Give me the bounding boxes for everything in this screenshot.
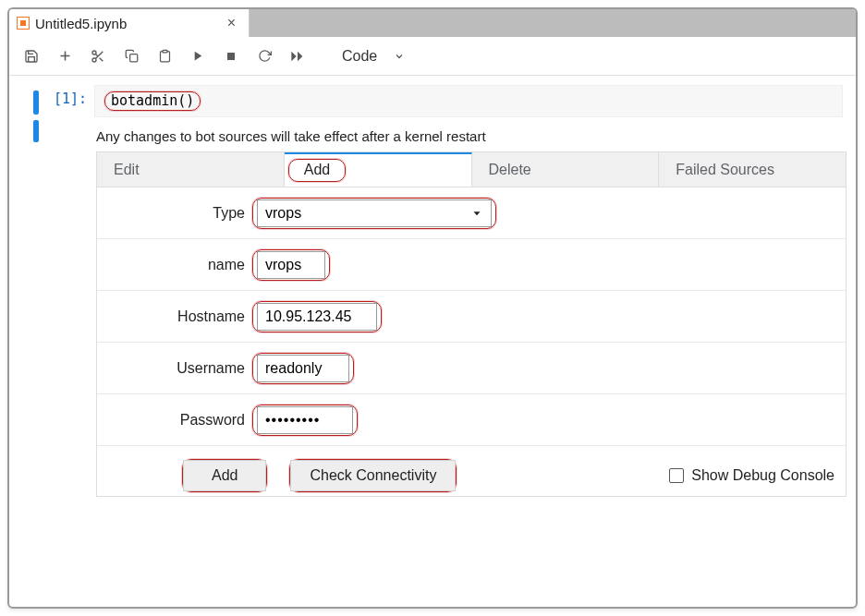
tab-add[interactable]: Add [285, 152, 472, 187]
add-button[interactable]: Add [183, 460, 266, 491]
svg-rect-7 [129, 54, 137, 62]
cell-type-selector[interactable]: Code [325, 42, 421, 70]
highlight-username [252, 353, 354, 384]
jupyter-window: Untitled5.ipynb × [7, 7, 858, 609]
tab-add-label: Add [304, 162, 330, 177]
row-hostname: Hostname [97, 291, 846, 343]
tab-delete-label: Delete [489, 162, 531, 178]
action-row: Add Check Connectivity Show Debug Consol… [97, 446, 846, 496]
cell-type-label: Code [342, 48, 377, 65]
password-label: Password [97, 412, 250, 429]
chevron-down-icon [394, 51, 405, 62]
tab-failed-sources[interactable]: Failed Sources [659, 152, 846, 187]
svg-rect-8 [163, 50, 167, 53]
code-input[interactable]: botadmin() [94, 85, 843, 117]
tab-delete[interactable]: Delete [472, 152, 660, 187]
notebook-toolbar: Code [9, 37, 856, 76]
cut-button[interactable] [83, 42, 113, 70]
cell-main: [1]: botadmin() Any changes to bot sourc… [43, 85, 856, 497]
cell-output-bar [33, 120, 39, 142]
notebook-icon [17, 17, 30, 30]
svg-line-5 [100, 57, 104, 61]
cell-active-bar [33, 91, 39, 115]
cell-gutter [9, 85, 43, 497]
info-note: Any changes to bot sources will take eff… [96, 128, 847, 144]
username-label: Username [97, 360, 250, 377]
restart-button[interactable] [250, 42, 279, 70]
tab-failed-label: Failed Sources [676, 162, 774, 178]
svg-marker-12 [298, 51, 302, 61]
row-type: Type vrops [97, 187, 846, 239]
panel-tabs: Edit Add Delete Failed Sources [97, 152, 846, 187]
type-label: Type [97, 205, 250, 222]
notebook-content: [1]: botadmin() Any changes to bot sourc… [9, 76, 856, 497]
run-button[interactable] [183, 42, 213, 70]
checkbox-box [669, 468, 684, 483]
check-connectivity-button[interactable]: Check Connectivity [290, 460, 456, 491]
copy-button[interactable] [116, 42, 146, 70]
highlight-name [252, 249, 330, 281]
highlight-code: botadmin() [104, 91, 201, 111]
insert-cell-button[interactable] [50, 42, 79, 70]
password-input[interactable] [257, 406, 353, 434]
show-debug-checkbox[interactable]: Show Debug Console [669, 467, 835, 484]
svg-point-3 [92, 58, 96, 62]
tab-edit-label: Edit [114, 162, 140, 178]
chevron-down-icon [470, 207, 483, 220]
type-select[interactable]: vrops [257, 199, 492, 227]
username-input[interactable] [257, 355, 349, 382]
highlight-add-btn: Add [182, 459, 267, 492]
name-label: name [97, 257, 250, 273]
check-button-label: Check Connectivity [310, 467, 436, 483]
highlight-password [252, 405, 358, 436]
save-button[interactable] [17, 42, 46, 70]
highlight-tab-add: Add [288, 159, 346, 182]
row-password: Password [97, 394, 846, 446]
close-icon[interactable]: × [224, 15, 239, 31]
botadmin-panel: Edit Add Delete Failed Sources Type vr [96, 151, 847, 497]
restart-run-all-button[interactable] [283, 42, 312, 70]
svg-point-2 [92, 51, 96, 54]
cell-output: Any changes to bot sources will take eff… [43, 117, 847, 497]
type-value: vrops [265, 205, 301, 222]
highlight-type: vrops [252, 198, 496, 229]
code-text: botadmin() [111, 92, 194, 109]
hostname-label: Hostname [97, 308, 250, 325]
hostname-input[interactable] [257, 303, 377, 331]
highlight-check-btn: Check Connectivity [289, 459, 457, 492]
row-username: Username [97, 343, 846, 394]
svg-marker-13 [474, 211, 481, 215]
svg-line-6 [95, 54, 98, 56]
document-tabbar: Untitled5.ipynb × [9, 9, 856, 37]
tab-title: Untitled5.ipynb [35, 16, 218, 31]
execution-prompt: [1]: [43, 85, 87, 107]
name-input[interactable] [257, 251, 325, 279]
add-button-label: Add [212, 467, 238, 483]
row-name: name [97, 239, 846, 291]
tab-edit[interactable]: Edit [97, 152, 285, 187]
svg-marker-11 [291, 51, 296, 61]
svg-marker-9 [194, 52, 201, 61]
svg-rect-10 [227, 53, 235, 60]
code-cell[interactable]: [1]: botadmin() [43, 85, 847, 117]
paste-button[interactable] [150, 42, 179, 70]
document-tab[interactable]: Untitled5.ipynb × [9, 9, 250, 37]
highlight-hostname [252, 301, 382, 332]
show-debug-label: Show Debug Console [691, 467, 835, 484]
interrupt-button[interactable] [216, 42, 246, 70]
